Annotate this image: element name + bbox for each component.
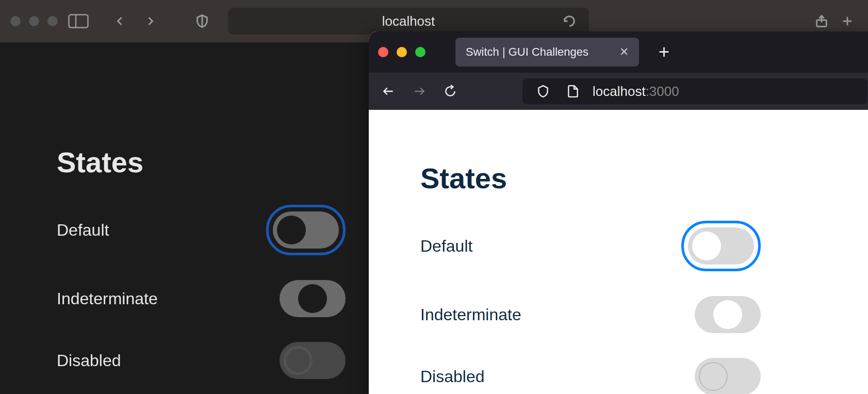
switch-thumb — [692, 232, 721, 260]
switch-row-disabled: Disabled — [420, 358, 761, 394]
reload-button[interactable] — [559, 11, 580, 31]
page-heading: States — [420, 161, 825, 195]
safari-traffic-lights — [10, 16, 58, 26]
safari-right-controls — [811, 11, 858, 31]
switch-thumb — [699, 362, 728, 391]
switch-default[interactable] — [273, 211, 339, 249]
maximize-window-button[interactable] — [415, 47, 425, 57]
safari-nav-group — [109, 11, 161, 31]
minimize-window-button[interactable] — [29, 16, 39, 26]
tab-title: Switch | GUI Challenges — [466, 45, 588, 59]
sidebar-toggle-button[interactable] — [68, 11, 89, 31]
switch-label: Indeterminate — [420, 305, 521, 324]
close-window-button[interactable] — [378, 47, 388, 57]
page-icon — [563, 81, 583, 102]
switch-label: Disabled — [57, 351, 121, 370]
safari-url-bar[interactable]: localhost — [228, 8, 589, 35]
back-button[interactable] — [378, 81, 399, 102]
new-tab-button[interactable] — [837, 11, 858, 31]
firefox-url-bar[interactable]: localhost:3000 — [522, 78, 867, 104]
svg-rect-0 — [69, 15, 88, 28]
switch-row-default: Default — [420, 221, 761, 271]
privacy-shield-icon[interactable] — [192, 11, 212, 31]
new-tab-button[interactable]: + — [659, 43, 669, 61]
firefox-window: Switch | GUI Challenges ✕ + localhost:30… — [369, 31, 868, 394]
safari-url-text: localhost — [382, 13, 435, 29]
switch-default[interactable] — [688, 227, 754, 265]
firefox-page-content: States Default Indeterminate Disabled — [369, 110, 868, 394]
share-button[interactable] — [811, 11, 832, 31]
switch-row-disabled: Disabled — [57, 342, 346, 379]
shield-icon[interactable] — [533, 81, 553, 102]
switch-thumb — [284, 346, 313, 375]
firefox-traffic-lights — [378, 47, 425, 57]
switch-label: Default — [57, 221, 109, 240]
switch-label: Disabled — [420, 367, 485, 386]
url-host-text: localhost:3000 — [593, 84, 679, 100]
switch-indeterminate[interactable] — [695, 296, 761, 333]
forward-button — [409, 81, 430, 102]
switch-focus-ring — [266, 205, 346, 255]
url-host: localhost — [593, 84, 646, 99]
switch-label: Default — [420, 237, 472, 256]
minimize-window-button[interactable] — [397, 47, 407, 57]
firefox-toolbar: localhost:3000 — [369, 73, 868, 110]
close-tab-icon[interactable]: ✕ — [619, 45, 629, 59]
url-port: :3000 — [646, 84, 679, 99]
switch-thumb — [277, 216, 306, 244]
close-window-button[interactable] — [10, 16, 21, 26]
switch-row-indeterminate: Indeterminate — [420, 296, 761, 333]
switch-disabled — [695, 358, 761, 394]
switch-label: Indeterminate — [57, 289, 158, 308]
reload-button[interactable] — [440, 81, 461, 102]
back-button[interactable] — [109, 11, 130, 31]
switch-thumb — [713, 300, 742, 329]
switch-row-indeterminate: Indeterminate — [57, 280, 346, 317]
switch-indeterminate[interactable] — [280, 280, 346, 317]
forward-button[interactable] — [140, 11, 161, 31]
switch-row-default: Default — [57, 205, 346, 255]
switch-focus-ring — [681, 221, 761, 271]
firefox-tab-bar: Switch | GUI Challenges ✕ + — [369, 31, 868, 73]
switch-thumb — [298, 284, 327, 313]
browser-tab[interactable]: Switch | GUI Challenges ✕ — [455, 38, 639, 67]
maximize-window-button[interactable] — [47, 16, 58, 26]
switch-disabled — [280, 342, 346, 379]
